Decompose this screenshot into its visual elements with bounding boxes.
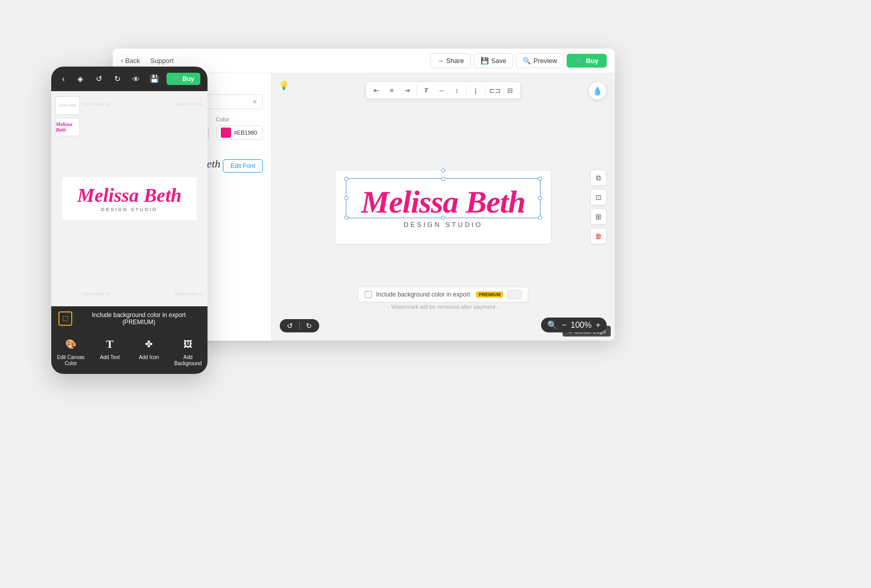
mobile-back-icon: ‹	[62, 74, 65, 83]
buy-button[interactable]: 🛒 Buy	[567, 54, 607, 68]
hint-icon: 💡	[279, 80, 289, 90]
mobile-topbar: ‹ ◈ ↺ ↻ 👁 💾 🛒 Buy	[51, 67, 208, 91]
canvas-right-actions: ⧉ ⊡ ⊞ 🗑	[590, 170, 607, 244]
delete-button[interactable]: 🗑	[590, 228, 607, 244]
thumb2-logo: Melissa Beth	[56, 121, 79, 133]
bg-color-preview[interactable]	[507, 290, 522, 299]
text-wrap-button[interactable]: ⊟	[504, 84, 516, 96]
edit-font-button[interactable]: Edit Font	[223, 159, 263, 173]
topbar-right: → Share 💾 Save 🔍 Preview 🛒 Buy	[430, 53, 607, 68]
undo-button[interactable]: ↺	[287, 322, 293, 330]
toolbar-divider-1	[417, 86, 417, 95]
align-center-button[interactable]: ≡	[386, 84, 398, 96]
column-layout-button[interactable]: ⊏⊐	[489, 84, 501, 96]
mobile-thumb-2[interactable]: Melissa Beth	[55, 118, 80, 136]
buy-label: Buy	[586, 57, 598, 65]
support-link[interactable]: Support	[150, 57, 174, 65]
mobile-back-button[interactable]: ‹	[58, 72, 68, 86]
font-style-button[interactable]: T	[420, 84, 432, 96]
eyedropper-button[interactable]: 💧	[588, 81, 607, 100]
handle-bottom-left[interactable]	[344, 216, 348, 220]
mobile-layers-button[interactable]: ◈	[73, 72, 88, 86]
mobile-add-background-button[interactable]: 🖼 Add Background	[170, 336, 206, 367]
preview-button[interactable]: 🔍 Preview	[516, 53, 564, 68]
handle-top-right[interactable]	[538, 177, 542, 181]
zoom-increase-button[interactable]: +	[596, 321, 600, 330]
mobile-preview-button[interactable]: 👁	[129, 72, 143, 86]
mobile-edit-canvas-color-button[interactable]: 🎨 Edit Canvas Color	[53, 336, 89, 367]
color-label: Color	[216, 116, 263, 122]
mobile-logo-container: Melissa Beth DESIGN STUDIO	[62, 177, 197, 220]
resize-icon: ⊡	[595, 193, 602, 201]
canvas-bottom-section: Include background color in export PREMI…	[359, 287, 528, 310]
redo-button[interactable]: ↻	[306, 322, 312, 330]
zoom-decrease-button[interactable]: −	[562, 321, 566, 330]
add-icon-icon: ✤	[141, 336, 157, 352]
mobile-save-button[interactable]: 💾	[147, 72, 161, 86]
mobile-watermark-1: logomaster.ai	[82, 101, 110, 107]
color-hex-value: #EB1980	[234, 130, 257, 136]
include-bg-row: Include background color in export PREMI…	[359, 287, 528, 302]
mobile-thumb-1[interactable]: ICON TYPE	[55, 96, 80, 115]
handle-top-center[interactable]	[441, 177, 445, 181]
share-label: Share	[446, 57, 464, 65]
save-button[interactable]: 💾 Save	[474, 53, 513, 68]
include-bg-label: Include background color in export	[376, 291, 470, 298]
text-spacing-button[interactable]: ↔	[436, 84, 448, 96]
canvas-logo-sub-text[interactable]: DESIGN STUDIO	[404, 221, 483, 228]
square-icon: □	[63, 314, 68, 323]
mobile-undo-button[interactable]: ↺	[92, 72, 106, 86]
share-button[interactable]: → Share	[430, 53, 471, 68]
toolbar-divider-3	[485, 86, 486, 95]
mobile-include-icon: □	[58, 311, 72, 326]
color-col: Color #EB1980	[216, 116, 263, 141]
vertical-divider-button[interactable]: |	[470, 84, 482, 96]
cart-icon: 🛒	[575, 57, 583, 65]
handle-bottom-right[interactable]	[538, 216, 542, 220]
canvas-text-toolbar: ⇤ ≡ ⇥ T ↔ ↕ | ⊏⊐ ⊟	[366, 81, 521, 99]
undo-redo-divider	[299, 322, 300, 330]
rotation-handle[interactable]	[441, 169, 445, 173]
mobile-watermark-4: logomaster.ai	[175, 291, 202, 296]
align-right-button[interactable]: ⇥	[401, 84, 413, 96]
save-icon: 💾	[481, 57, 489, 65]
mobile-logo-main-text[interactable]: Melissa Beth	[77, 185, 182, 205]
back-chevron-icon: ‹	[121, 57, 123, 65]
include-bg-checkbox[interactable]	[365, 291, 372, 298]
mobile-add-text-button[interactable]: T Add Text	[92, 336, 128, 361]
resize-button[interactable]: ⊡	[590, 189, 607, 205]
text-baseline-button[interactable]: ↕	[451, 84, 463, 96]
preview-label: Preview	[533, 57, 557, 65]
mobile-add-icon-button[interactable]: ✤ Add Icon	[131, 336, 167, 361]
mobile-canvas-area: ICON TYPE Melissa Beth logomaster.ai log…	[51, 91, 208, 306]
copy-icon: ⧉	[596, 174, 601, 182]
layout-button[interactable]: ⊞	[590, 208, 607, 225]
mobile-buy-button[interactable]: 🛒 Buy	[167, 73, 200, 85]
mobile-bottom-actions: 🎨 Edit Canvas Color T Add Text ✤ Add Ico…	[51, 331, 208, 374]
back-button[interactable]: ‹ Back	[121, 57, 140, 65]
handle-mid-left[interactable]	[344, 196, 348, 200]
color-swatch[interactable]: #EB1980	[216, 125, 263, 140]
canvas-logo-main-text[interactable]: Melissa Beth	[361, 186, 525, 218]
add-text-icon: T	[101, 336, 118, 352]
align-left-button[interactable]: ⇤	[370, 84, 383, 96]
handle-mid-right[interactable]	[538, 196, 542, 200]
add-background-icon: 🖼	[180, 336, 196, 352]
mobile-topbar-icons: ◈ ↺ ↻ 👁 💾	[73, 72, 161, 86]
mobile-buy-label: Buy	[182, 75, 194, 82]
mobile-include-bg-section: □ Include background color in export (PR…	[51, 306, 208, 331]
color-preview-box	[221, 128, 231, 138]
mobile-redo-icon: ↻	[114, 74, 121, 83]
mobile-eye-icon: 👁	[132, 75, 140, 83]
mobile-include-text: Include background color in export (PREM…	[77, 311, 200, 326]
premium-badge: PREMIUM	[476, 291, 503, 298]
handle-top-left[interactable]	[344, 177, 348, 181]
layout-icon: ⊞	[595, 213, 602, 221]
copy-layer-button[interactable]: ⧉	[590, 170, 607, 186]
add-background-label: Add Background	[173, 354, 203, 367]
eyedropper-icon: 💧	[592, 86, 603, 96]
mobile-redo-button[interactable]: ↻	[110, 72, 125, 86]
mobile-save-icon: 💾	[150, 74, 159, 83]
mobile-logo-sub-text[interactable]: DESIGN STUDIO	[101, 207, 157, 212]
thumb1-text: ICON TYPE	[59, 104, 76, 108]
